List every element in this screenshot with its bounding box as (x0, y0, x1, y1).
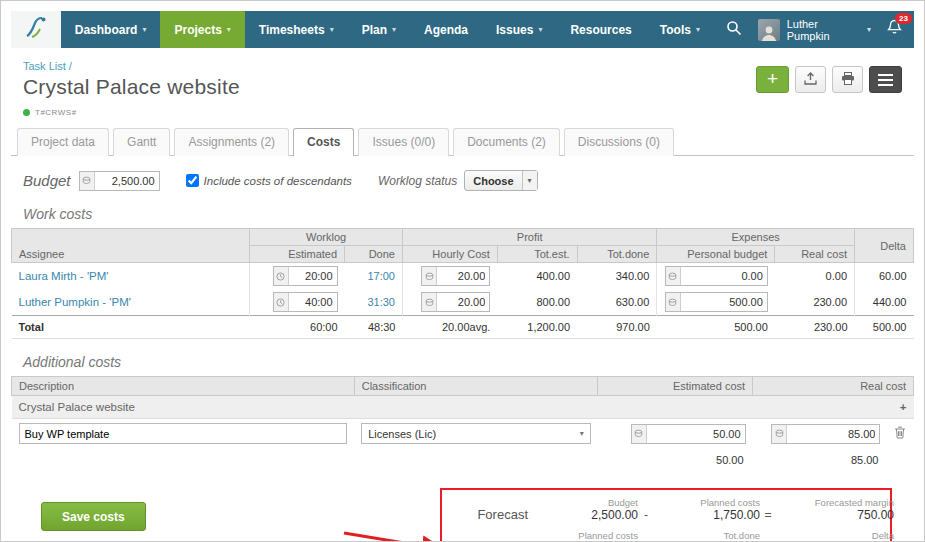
include-descendants-checkbox[interactable] (186, 174, 199, 187)
trash-icon (894, 429, 906, 441)
worklog-status-select[interactable]: Choose ▾ (464, 170, 537, 191)
currency-icon[interactable] (632, 425, 647, 443)
done-time-link[interactable]: 17:00 (367, 270, 395, 282)
additional-costs-table: Description Classification Estimated cos… (11, 376, 914, 472)
export-button[interactable] (795, 66, 826, 93)
nav-item-dashboard[interactable]: Dashboard▾ (61, 11, 161, 48)
tot-est-value: 800.00 (497, 289, 577, 316)
assignee-link[interactable]: Laura Mirth - 'PM' (19, 270, 109, 282)
user-menu[interactable]: Luther Pumpkin ▾ (787, 18, 871, 42)
currency-icon[interactable] (772, 425, 787, 443)
add-cost-button[interactable]: + (887, 396, 913, 419)
total-tot-est: 1,200.00 (497, 316, 577, 339)
cost-group-row: Crystal Palace website + (12, 396, 914, 419)
tab-assignments[interactable]: Assignments (2) (174, 128, 289, 156)
summary-col-label: Forecasted margin (776, 497, 894, 508)
tab-project-data[interactable]: Project data (17, 128, 109, 156)
estimated-cost-input[interactable] (647, 425, 745, 443)
personal-budget-input[interactable] (681, 267, 767, 285)
summary-value: 1,750.00 (654, 508, 760, 523)
delete-cost-button[interactable] (887, 419, 913, 449)
col-header-hourly-cost: Hourly Cost (402, 246, 497, 263)
real-cost-value: 230.00 (775, 289, 855, 316)
nav-item-label: Tools (660, 23, 691, 37)
total-label: Total (12, 316, 250, 339)
estimated-input[interactable] (289, 293, 337, 311)
nav-item-label: Dashboard (75, 23, 138, 37)
hamburger-icon (878, 74, 893, 86)
currency-icon[interactable] (422, 293, 437, 311)
col-header-personal-budget: Personal budget (657, 246, 775, 263)
assignee-link[interactable]: Luther Pumpkin - 'PM' (19, 296, 131, 308)
tab-documents[interactable]: Documents (2) (453, 128, 560, 156)
tab-issues[interactable]: Issues (0/0) (358, 128, 449, 156)
col-group-profit: Profit (402, 229, 656, 246)
print-button[interactable] (832, 66, 863, 93)
summary-row-label: Forecast (454, 507, 532, 523)
real-cost-value: 0.00 (775, 263, 855, 290)
nav-item-label: Issues (496, 23, 533, 37)
bottom-section: Save costs Forecast Budget2,500.00 - Pla… (11, 488, 914, 542)
tab-costs[interactable]: Costs (293, 128, 354, 156)
col-header-estimated: Estimated (250, 246, 345, 263)
bell-icon (887, 22, 902, 39)
currency-icon[interactable] (666, 267, 681, 285)
nav-item-tools[interactable]: Tools▾ (646, 11, 714, 48)
save-costs-button[interactable]: Save costs (41, 502, 146, 531)
nav-item-timesheets[interactable]: Timesheets▾ (245, 11, 348, 48)
chevron-down-icon: ▾ (392, 25, 396, 34)
currency-icon[interactable] (422, 267, 437, 285)
currency-icon[interactable] (666, 293, 681, 311)
clock-icon[interactable] (274, 293, 289, 311)
worklog-status-label: Worklog status (378, 174, 457, 188)
search-button[interactable] (714, 20, 754, 40)
work-costs-heading: Work costs (23, 206, 902, 222)
tab-gantt[interactable]: Gantt (113, 128, 170, 156)
cost-summary-box: Forecast Budget2,500.00 - Planned costs1… (440, 488, 892, 542)
chevron-down-icon: ▾ (538, 25, 542, 34)
cost-description-input[interactable] (19, 423, 348, 444)
real-cost-input[interactable] (787, 425, 879, 443)
hourly-cost-input[interactable] (437, 293, 489, 311)
breadcrumb[interactable]: Task List / (23, 60, 240, 72)
user-name-label: Luther Pumpkin (787, 18, 863, 42)
nav-item-plan[interactable]: Plan▾ (348, 11, 410, 48)
task-code: T#CRWS# (35, 108, 77, 117)
menu-button[interactable] (869, 66, 902, 93)
budget-label: Budget (23, 172, 71, 189)
clock-icon[interactable] (274, 267, 289, 285)
user-avatar[interactable] (758, 19, 780, 41)
search-icon (726, 20, 742, 40)
app-logo[interactable] (11, 11, 61, 48)
nav-item-resources[interactable]: Resources (556, 11, 645, 48)
currency-icon[interactable] (80, 172, 95, 190)
col-header-real-cost: Real cost (775, 246, 855, 263)
nav-item-issues[interactable]: Issues▾ (482, 11, 556, 48)
cost-group-label: Crystal Palace website (12, 396, 888, 419)
personal-budget-input[interactable] (681, 293, 767, 311)
include-descendants-label: Include costs of descendants (204, 175, 352, 187)
total-personal-budget: 500.00 (657, 316, 775, 339)
worklog-status-value: Choose (465, 175, 521, 187)
nav-item-label: Plan (362, 23, 387, 37)
nav-item-agenda[interactable]: Agenda (410, 11, 482, 48)
budget-input[interactable] (95, 172, 159, 190)
estimated-input[interactable] (289, 267, 337, 285)
total-tot-done: 970.00 (577, 316, 657, 339)
hourly-cost-input[interactable] (437, 267, 489, 285)
notifications-button[interactable]: 23 (887, 19, 902, 40)
nav-item-projects[interactable]: Projects▾ (160, 11, 244, 48)
classification-select[interactable]: Licenses (Lic) ▾ (361, 423, 591, 444)
chevron-down-icon: ▾ (867, 25, 871, 34)
summary-col-label: Tot.done (654, 530, 760, 541)
top-nav: Dashboard▾ Projects▾ Timesheets▾ Plan▾ A… (11, 11, 914, 48)
col-header-done: Done (345, 246, 403, 263)
table-row: Laura Mirth - 'PM' 17:00 400.00 340.00 0… (12, 263, 914, 290)
chevron-down-icon: ▾ (580, 429, 584, 438)
equals-sign: = (760, 508, 776, 523)
summary-col-label: Planned costs (654, 497, 760, 508)
col-group-worklog: Worklog (250, 229, 403, 246)
done-time-link[interactable]: 31:30 (367, 296, 395, 308)
tab-discussions[interactable]: Discussions (0) (564, 128, 674, 156)
add-button[interactable]: + (756, 66, 789, 93)
